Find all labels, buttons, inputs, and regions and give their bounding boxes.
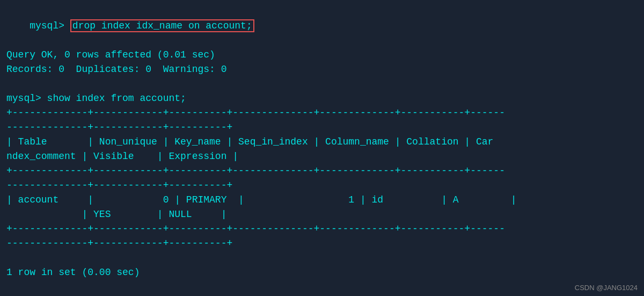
- terminal-table-data-2: | YES | NULL |: [6, 207, 638, 222]
- terminal-window: mysql> drop index idx_name on account; Q…: [0, 0, 644, 296]
- terminal-blank-2: [6, 251, 638, 265]
- terminal-table-header-2: ndex_comment | Visible | Expression |: [6, 149, 638, 164]
- terminal-line-3: Records: 0 Duplicates: 0 Warnings: 0: [6, 62, 638, 77]
- terminal-blank-1: [6, 77, 638, 91]
- highlighted-command: drop index idx_name on account;: [70, 19, 254, 32]
- terminal-line-1: mysql> drop index idx_name on account;: [6, 4, 638, 48]
- terminal-table-border-1: +-------------+------------+----------+-…: [6, 106, 638, 120]
- terminal-table-header-1: | Table | Non_unique | Key_name | Seq_in…: [6, 135, 638, 149]
- terminal-line-2: Query OK, 0 rows affected (0.01 sec): [6, 48, 638, 62]
- terminal-table-border-6: --------------+------------+----------+: [6, 236, 638, 251]
- terminal-table-border-2: --------------+------------+----------+: [6, 120, 638, 135]
- terminal-row-count: 1 row in set (0.00 sec): [6, 265, 638, 280]
- terminal-line-5: mysql> show index from account;: [6, 91, 638, 106]
- terminal-table-border-3: +-------------+------------+----------+-…: [6, 164, 638, 178]
- terminal-table-border-5: +-------------+------------+----------+-…: [6, 222, 638, 236]
- prompt-1: mysql>: [30, 20, 70, 31]
- watermark: CSDN @JANG1024: [575, 284, 638, 292]
- terminal-table-data-1: | account | 0 | PRIMARY | 1 | id | A |: [6, 193, 638, 207]
- terminal-blank-3: [6, 280, 638, 294]
- terminal-table-border-4: --------------+------------+----------+: [6, 178, 638, 193]
